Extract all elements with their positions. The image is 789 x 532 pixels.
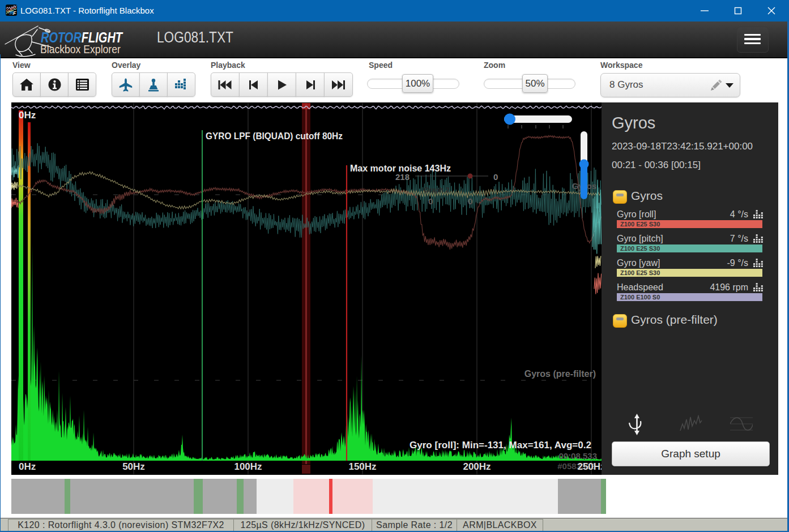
svg-text:250Hz: 250Hz xyxy=(577,461,602,472)
svg-text:0: 0 xyxy=(468,196,472,206)
svg-text:100Hz: 100Hz xyxy=(234,461,262,472)
svg-text:GYRO LPF (BIQUAD) cutoff 80Hz: GYRO LPF (BIQUAD) cutoff 80Hz xyxy=(206,131,343,141)
svg-text:150Hz: 150Hz xyxy=(348,461,376,472)
svg-text:0: 0 xyxy=(428,196,433,206)
svg-text:Graph 2: Graph 2 xyxy=(424,186,450,194)
svg-text:F: F xyxy=(13,10,16,16)
svg-text:218: 218 xyxy=(395,172,410,182)
svg-text:0Hz: 0Hz xyxy=(19,110,36,121)
svg-text:50Hz: 50Hz xyxy=(122,461,145,472)
svg-text:Gyro [roll]: Min=-131, Max=161: Gyro [roll]: Min=-131, Max=161, Avg=0.2 xyxy=(410,440,591,450)
svg-text:Gyros (pre-filter): Gyros (pre-filter) xyxy=(524,369,596,379)
svg-text:200Hz: 200Hz xyxy=(463,461,491,472)
svg-text:00:08.533: 00:08.533 xyxy=(558,451,597,461)
svg-text:0Hz: 0Hz xyxy=(19,461,36,472)
svg-text:0: 0 xyxy=(493,172,498,182)
